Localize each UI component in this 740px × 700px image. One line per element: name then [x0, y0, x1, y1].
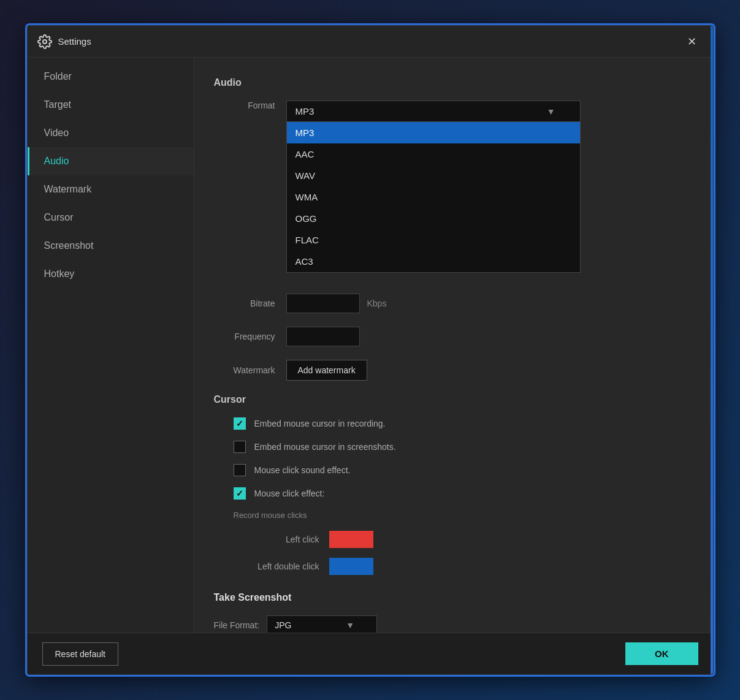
watermark-label: Watermark	[214, 365, 275, 375]
svg-point-0	[43, 40, 47, 44]
frequency-row: Frequency	[214, 327, 693, 346]
format-option-ac3[interactable]: AC3	[287, 251, 580, 272]
bitrate-suffix: Kbps	[367, 299, 387, 308]
format-option-ogg[interactable]: OGG	[287, 208, 580, 229]
watermark-row: Watermark Add watermark	[214, 360, 693, 381]
sidebar-item-video[interactable]: Video	[28, 119, 194, 147]
embed-screenshots-row: Embed mouse cursor in screenshots.	[234, 441, 693, 453]
audio-section-header: Audio	[214, 77, 693, 88]
embed-recording-checkbox[interactable]: ✓	[234, 417, 246, 430]
sidebar-item-watermark[interactable]: Watermark	[28, 175, 194, 204]
file-format-row: File Format: JPG ▼	[214, 615, 693, 633]
click-effect-label: Mouse click effect:	[254, 489, 325, 498]
screenshot-section: Take Screenshot File Format: JPG ▼	[214, 592, 693, 633]
left-click-row: Left click	[234, 531, 693, 548]
sidebar-item-target[interactable]: Target	[28, 91, 194, 119]
left-double-click-label: Left double click	[234, 561, 319, 571]
embed-screenshots-checkbox[interactable]	[234, 441, 246, 453]
file-format-dropdown[interactable]: JPG ▼	[267, 615, 377, 633]
left-click-color-swatch[interactable]	[329, 531, 373, 548]
sidebar-item-screenshot[interactable]: Screenshot	[28, 232, 194, 260]
format-option-flac[interactable]: FLAC	[287, 229, 580, 251]
format-dropdown[interactable]: MP3 ▼	[286, 101, 581, 122]
close-button[interactable]: ✕	[681, 31, 703, 53]
format-dropdown-list: MP3 AAC WAV WMA OGG FLAC AC3	[286, 122, 581, 273]
footer: Reset default OK	[28, 633, 713, 674]
file-format-value: JPG	[275, 620, 291, 630]
click-sound-checkbox[interactable]	[234, 464, 246, 476]
format-option-aac[interactable]: AAC	[287, 143, 580, 165]
dropdown-arrow-icon: ▼	[547, 107, 555, 116]
format-option-wma[interactable]: WMA	[287, 186, 580, 208]
cursor-section: Cursor ✓ Embed mouse cursor in recording…	[214, 394, 693, 575]
content-area: Audio Format MP3 ▼ MP3 AAC WAV WMA OGG	[194, 58, 713, 633]
window-title: Settings	[58, 36, 681, 47]
main-content: Folder Target Video Audio Watermark Curs…	[28, 58, 713, 633]
format-option-mp3[interactable]: MP3	[287, 122, 580, 143]
sidebar-item-audio[interactable]: Audio	[28, 147, 194, 175]
left-double-click-color-swatch[interactable]	[329, 558, 373, 575]
sidebar: Folder Target Video Audio Watermark Curs…	[28, 58, 194, 633]
format-option-wav[interactable]: WAV	[287, 165, 580, 186]
bitrate-row: Bitrate Kbps	[214, 294, 693, 313]
add-watermark-button[interactable]: Add watermark	[286, 360, 367, 381]
embed-screenshots-label: Embed mouse cursor in screenshots.	[254, 442, 396, 452]
frequency-input[interactable]	[286, 327, 360, 346]
sidebar-item-hotkey[interactable]: Hotkey	[28, 260, 194, 288]
checkmark-icon: ✓	[236, 419, 243, 428]
cursor-section-header: Cursor	[214, 394, 693, 405]
file-format-label: File Format:	[214, 620, 260, 630]
frequency-label: Frequency	[214, 332, 275, 341]
click-sound-row: Mouse click sound effect.	[234, 464, 693, 476]
left-click-label: Left click	[234, 535, 319, 544]
reset-default-button[interactable]: Reset default	[42, 642, 119, 666]
click-effect-row: ✓ Mouse click effect:	[234, 487, 693, 500]
click-effect-checkbox[interactable]: ✓	[234, 487, 246, 500]
record-header: Record mouse clicks	[234, 511, 693, 520]
format-label: Format	[214, 101, 275, 110]
settings-icon	[37, 34, 52, 49]
ok-button[interactable]: OK	[625, 642, 698, 665]
bitrate-label: Bitrate	[214, 299, 275, 308]
click-sound-label: Mouse click sound effect.	[254, 465, 351, 475]
sidebar-item-folder[interactable]: Folder	[28, 63, 194, 91]
format-value: MP3	[296, 106, 315, 116]
embed-recording-row: ✓ Embed mouse cursor in recording.	[234, 417, 693, 430]
format-row: Format MP3 ▼ MP3 AAC WAV WMA OGG FLAC AC…	[214, 101, 693, 122]
settings-window: Settings ✕ Folder Target Video Audio Wat…	[27, 25, 714, 675]
format-dropdown-container: MP3 ▼ MP3 AAC WAV WMA OGG FLAC AC3	[286, 101, 581, 122]
embed-recording-label: Embed mouse cursor in recording.	[254, 419, 386, 428]
screenshot-section-header: Take Screenshot	[214, 592, 693, 603]
file-format-arrow-icon: ▼	[346, 620, 354, 630]
left-double-click-row: Left double click	[234, 558, 693, 575]
checkmark-icon-2: ✓	[236, 489, 243, 498]
bitrate-input[interactable]	[286, 294, 360, 313]
sidebar-item-cursor[interactable]: Cursor	[28, 204, 194, 232]
title-bar: Settings ✕	[28, 26, 713, 58]
